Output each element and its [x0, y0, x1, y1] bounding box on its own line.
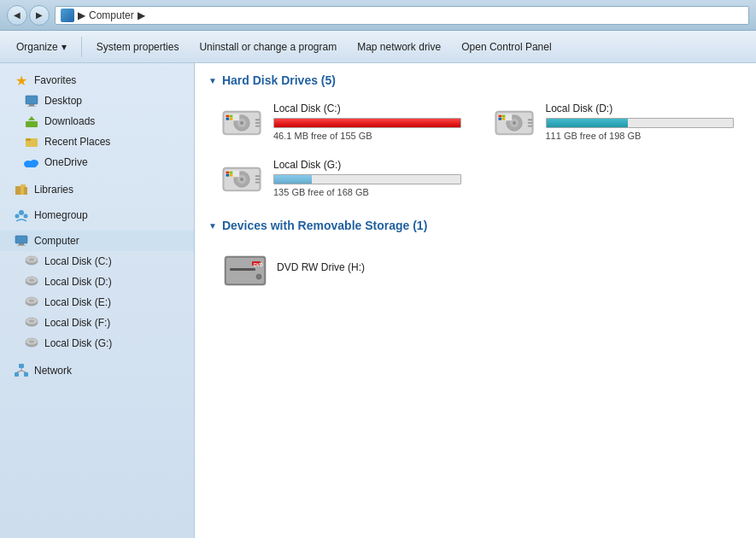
svg-point-15: [24, 214, 28, 219]
drive-item[interactable]: Local Disk (D:) 111 GB free of 198 GB: [488, 99, 743, 145]
svg-rect-46: [255, 122, 261, 124]
svg-point-70: [240, 178, 243, 181]
svg-rect-18: [17, 245, 26, 246]
system-properties-button[interactable]: System properties: [87, 37, 189, 57]
homegroup-label: Homegroup: [34, 209, 88, 221]
map-network-button[interactable]: Map network drive: [348, 37, 450, 57]
svg-rect-47: [255, 126, 261, 127]
removable-section: ▼ Devices with Removable Storage (1) DVD: [208, 219, 742, 294]
svg-rect-75: [226, 172, 229, 174]
sidebar-favorites-header[interactable]: ★ Favorites: [0, 70, 194, 91]
address-bar[interactable]: ▶ Computer ▶: [55, 6, 749, 25]
drive-label: Local Disk (E:): [44, 296, 111, 308]
svg-rect-65: [501, 118, 505, 120]
svg-rect-52: [230, 118, 233, 120]
network-label: Network: [34, 365, 72, 377]
open-control-panel-button[interactable]: Open Control Panel: [452, 37, 560, 57]
svg-point-13: [19, 210, 24, 215]
dvd-icon-wrap: DVD: [222, 248, 268, 290]
computer-label: Computer: [34, 235, 79, 247]
drive-icon-wrap: [491, 102, 537, 142]
drive-name: Local Disk (D:): [546, 102, 740, 114]
libraries-icon: [14, 182, 29, 197]
svg-rect-58: [527, 119, 532, 120]
sidebar-item-homegroup[interactable]: Homegroup: [0, 205, 194, 225]
computer-drives-list: Local Disk (C:) Local Disk (D:) Local Di…: [0, 251, 194, 354]
sidebar-item-desktop[interactable]: Desktop: [0, 91, 194, 111]
svg-rect-36: [24, 372, 28, 377]
forward-button[interactable]: ▶: [29, 5, 50, 26]
disk-icon: [24, 336, 39, 351]
drive-name: Local Disk (C:): [273, 102, 467, 114]
title-bar: ◀ ▶ ▶ Computer ▶: [0, 0, 756, 31]
back-button[interactable]: ◀: [7, 5, 27, 26]
desktop-icon: [24, 93, 39, 108]
svg-rect-62: [498, 115, 501, 118]
sidebar: ★ Favorites Desktop Downloads Recent Pla…: [0, 63, 195, 538]
dvd-drive-item[interactable]: DVD DVD RW Drive (H:): [208, 244, 742, 294]
sidebar-item-onedrive[interactable]: OneDrive: [0, 152, 194, 173]
svg-rect-35: [15, 372, 19, 377]
sidebar-drive-item[interactable]: Local Disk (G:): [0, 333, 194, 354]
drive-label: Local Disk (G:): [44, 337, 112, 349]
svg-rect-6: [26, 138, 31, 141]
homegroup-icon: [14, 208, 29, 223]
svg-line-38: [17, 371, 22, 372]
svg-rect-16: [15, 236, 27, 243]
svg-rect-17: [19, 243, 24, 245]
removable-title: Devices with Removable Storage (1): [222, 219, 427, 232]
svg-rect-2: [27, 106, 36, 107]
svg-rect-59: [527, 122, 532, 124]
svg-point-14: [15, 214, 20, 219]
svg-text:DVD: DVD: [254, 262, 263, 267]
svg-rect-45: [255, 119, 261, 120]
drive-bar-bg: [273, 118, 461, 128]
svg-rect-3: [26, 121, 38, 127]
hard-disk-section-header[interactable]: ▼ Hard Disk Drives (5): [208, 73, 742, 87]
svg-rect-81: [230, 268, 255, 271]
network-icon: [14, 363, 29, 378]
sidebar-item-network[interactable]: Network: [0, 360, 194, 381]
svg-rect-76: [230, 172, 233, 174]
svg-rect-77: [226, 174, 229, 177]
toolbar-separator-1: [81, 37, 82, 57]
svg-rect-64: [498, 118, 501, 120]
drive-label: Local Disk (F:): [44, 317, 110, 329]
svg-point-84: [256, 274, 261, 279]
svg-rect-72: [255, 178, 261, 180]
favorites-label: Favorites: [34, 74, 76, 86]
sidebar-item-downloads[interactable]: Downloads: [0, 111, 194, 132]
sidebar-drive-item[interactable]: Local Disk (D:): [0, 272, 194, 292]
downloads-label: Downloads: [44, 115, 95, 127]
organize-button[interactable]: Organize ▾: [7, 37, 76, 57]
disk-icon: [24, 315, 39, 330]
sidebar-drive-item[interactable]: Local Disk (E:): [0, 292, 194, 313]
svg-line-39: [21, 371, 26, 372]
svg-rect-71: [255, 175, 261, 177]
sidebar-item-recent-places[interactable]: Recent Places: [0, 132, 194, 152]
drive-item[interactable]: Local Disk (G:) 135 GB free of 168 GB: [215, 155, 471, 202]
drive-bar-bg: [546, 118, 734, 128]
svg-point-21: [29, 259, 34, 261]
address-text: Computer: [89, 9, 134, 21]
dvd-drive-info: DVD RW Drive (H:): [277, 261, 739, 277]
sidebar-item-libraries[interactable]: Libraries: [0, 179, 194, 200]
nav-buttons: ◀ ▶: [7, 5, 50, 26]
uninstall-button[interactable]: Uninstall or change a program: [190, 37, 346, 57]
drives-grid: Local Disk (C:) 46.1 MB free of 155 GB: [208, 99, 742, 202]
main-layout: ★ Favorites Desktop Downloads Recent Pla…: [0, 63, 756, 538]
drive-info: Local Disk (G:) 135 GB free of 168 GB: [273, 159, 467, 197]
address-chevron: ▶: [78, 9, 85, 21]
sidebar-drive-item[interactable]: Local Disk (C:): [0, 251, 194, 272]
sidebar-drive-item[interactable]: Local Disk (F:): [0, 313, 194, 333]
libraries-label: Libraries: [34, 184, 73, 196]
computer-sidebar-icon: [14, 233, 29, 249]
svg-rect-50: [230, 115, 233, 118]
drive-item[interactable]: Local Disk (C:) 46.1 MB free of 155 GB: [215, 99, 471, 145]
disk-icon: [24, 295, 39, 310]
drive-info: Local Disk (C:) 46.1 MB free of 155 GB: [273, 102, 467, 141]
computer-icon: [61, 9, 74, 22]
drive-name: Local Disk (G:): [273, 159, 467, 171]
sidebar-item-computer[interactable]: Computer: [0, 231, 194, 251]
removable-section-header[interactable]: ▼ Devices with Removable Storage (1): [208, 219, 742, 232]
